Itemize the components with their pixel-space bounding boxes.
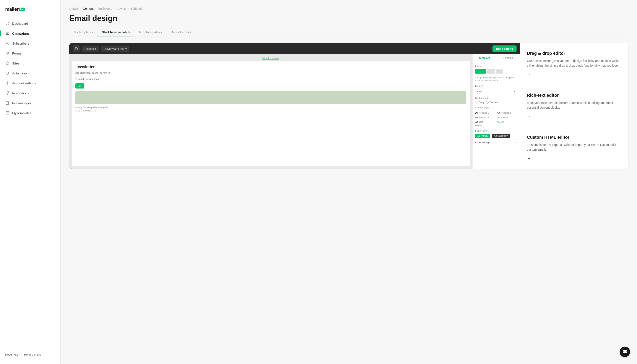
content-style-section: Content style Aᵢ Heading 1 Aa Heading 2: [475, 106, 517, 128]
background-section: Background Body Content: [475, 97, 517, 104]
bg-body-radio[interactable]: [475, 101, 478, 104]
svg-point-0: [6, 22, 9, 25]
email-outro-1: elming. Our comprehensive guide: [75, 106, 466, 109]
custom-html-title: Custom HTML editor: [527, 135, 621, 140]
sidebar-item-account-settings[interactable]: Account settings: [2, 78, 59, 88]
layout-help-text: Set up default settings that will be app…: [475, 76, 517, 82]
sidebar-footer: Need help? • Refer a friend: [0, 350, 61, 360]
style-text[interactable]: Aa Text: [475, 120, 496, 124]
style-divider[interactable]: Divider: [475, 124, 517, 128]
email-body-text-1: ngs bromeliad, as well as how to: [75, 71, 466, 75]
bg-content-radio[interactable]: [486, 101, 489, 104]
style-link[interactable]: Aa Link: [497, 120, 518, 124]
tab-template-gallery[interactable]: Template gallery: [134, 28, 166, 37]
preview-chevron: ▾: [125, 47, 127, 50]
view-in-browser-link[interactable]: View in browser: [72, 57, 470, 60]
editor-sidebar: Template Settings Layout Set up default …: [472, 54, 520, 168]
svg-point-6: [7, 83, 8, 84]
editor-sidebar-tab-template[interactable]: Template: [473, 54, 496, 62]
tab-start-from-scratch[interactable]: Start from scratch: [97, 28, 134, 37]
sidebar-item-campaigns[interactable]: Campaigns: [2, 28, 59, 38]
link-icon: [5, 91, 10, 95]
primary-prefix: Ab: [477, 134, 481, 137]
text-prefix: Aa: [475, 120, 478, 123]
sidebar-item-subscribers[interactable]: Subscribers: [2, 38, 59, 48]
breadcrumb-schedule[interactable]: Schedule: [131, 7, 143, 10]
layout-option-1[interactable]: [475, 69, 486, 74]
need-help-link[interactable]: Need help?: [5, 353, 20, 356]
sidebar-item-label: Sites: [12, 62, 19, 65]
rich-text-arrow[interactable]: →: [527, 114, 531, 119]
email-image-placeholder: [75, 91, 466, 104]
layout-option-3[interactable]: [496, 69, 503, 74]
button-style-section: Button style Ab Primary Ab Secondary: [475, 130, 517, 138]
sidebar-item-forms[interactable]: Forms: [2, 48, 59, 58]
gear-icon: [5, 81, 10, 85]
style-h2[interactable]: Aa Heading 2: [497, 110, 518, 115]
custom-html-editor-card: Custom HTML editor This one is for the e…: [520, 127, 628, 169]
layout-option-2[interactable]: [487, 69, 495, 74]
breadcrumb-content[interactable]: Content: [83, 7, 94, 10]
breadcrumb-details[interactable]: Details: [69, 7, 79, 10]
tab-recent-emails[interactable]: Recent emails: [166, 28, 196, 37]
breadcrumb-sep-3: ›: [114, 7, 115, 10]
sidebar-item-dashboard[interactable]: Dashboard: [2, 18, 59, 28]
bg-body-label: Body: [479, 101, 484, 104]
breadcrumb: Details › Content › Recipients › Review …: [69, 7, 628, 10]
content-style-grid: Aᵢ Heading 1 Aa Heading 2 Aa Heading 3: [475, 110, 517, 124]
logo[interactable]: mailer lite: [5, 6, 55, 12]
editor-sidebar-tabs: Template Settings: [473, 54, 520, 62]
rich-text-title: Rich-text editor: [527, 93, 621, 98]
done-editing-button[interactable]: Done editing: [493, 46, 517, 52]
editor-sidebar-content: Layout Set up default settings that will…: [473, 62, 520, 148]
bg-content-option[interactable]: Content: [486, 101, 498, 104]
other-settings-row[interactable]: Other settings ▾: [475, 140, 517, 145]
sidebar-item-sites[interactable]: Sites: [2, 58, 59, 68]
sidebar-item-label: Dashboard: [12, 22, 28, 25]
refer-friend-link[interactable]: Refer a friend: [24, 353, 41, 356]
sidebar-item-integrations[interactable]: Integrations: [2, 88, 59, 98]
refresh-icon: [5, 71, 10, 75]
email-preview-card: newsletter ngs bromeliad, as well as how…: [72, 61, 470, 166]
style-h1[interactable]: Aᵢ Heading 1: [475, 110, 496, 115]
button-style-row: Ab Primary Ab Secondary: [475, 134, 517, 138]
font-select[interactable]: Inter: [475, 89, 517, 94]
bg-content-label: Content: [490, 101, 498, 104]
history-button[interactable]: [73, 45, 80, 52]
chat-icon: 💬: [622, 349, 628, 354]
chat-button[interactable]: 💬: [620, 347, 630, 357]
style-subtitle[interactable]: Aa Subtitle: [497, 116, 518, 119]
h1-prefix: Aᵢ: [475, 111, 478, 114]
style-h3[interactable]: Aa Heading 3: [475, 116, 496, 119]
h2-label: Heading 2: [501, 112, 511, 114]
email-body-text-2: ts in a dry environment: [75, 77, 466, 81]
breadcrumb-sep-2: ›: [95, 7, 96, 10]
nav-items: Dashboard Campaigns Subscribers Forms: [0, 18, 61, 350]
sidebar-item-label: Integrations: [12, 91, 29, 95]
drag-drop-arrow[interactable]: →: [527, 72, 531, 77]
sidebar-item-automation[interactable]: Automation: [2, 68, 59, 78]
right-panel: Drag & drop editor Our newest editor giv…: [520, 43, 628, 168]
editor-canvas: View in browser newsletter ngs bromeliad…: [69, 54, 472, 168]
preview-button[interactable]: Preview and test ▾: [101, 46, 129, 52]
tab-my-templates[interactable]: My templates: [69, 28, 97, 37]
secondary-button-preview[interactable]: Ab Secondary: [492, 134, 510, 138]
actions-button[interactable]: Actions ▾: [82, 46, 99, 52]
custom-html-arrow[interactable]: →: [527, 156, 531, 161]
primary-button-preview[interactable]: Ab Primary: [475, 134, 490, 138]
drag-drop-title: Drag & drop editor: [527, 51, 621, 56]
link-prefix: Aa: [497, 120, 500, 123]
sidebar-item-label: File manager: [12, 101, 31, 105]
tabs: My templates Start from scratch Template…: [69, 28, 628, 37]
logo-text: mailer: [5, 6, 19, 12]
breadcrumb-recipients[interactable]: Recipients: [98, 7, 112, 10]
editor-sidebar-tab-settings[interactable]: Settings: [496, 54, 520, 62]
email-outro-2: to be a bromeliad pro!: [75, 109, 466, 112]
email-cta-button[interactable]: on: [75, 83, 84, 88]
sidebar-item-my-templates[interactable]: My templates: [2, 108, 59, 118]
newsletter-prefix: n: [75, 65, 78, 69]
sidebar-item-file-manager[interactable]: File manager: [2, 98, 59, 108]
sidebar-item-label: Subscribers: [12, 42, 29, 45]
breadcrumb-review[interactable]: Review: [116, 7, 126, 10]
bg-body-option[interactable]: Body: [475, 101, 484, 104]
